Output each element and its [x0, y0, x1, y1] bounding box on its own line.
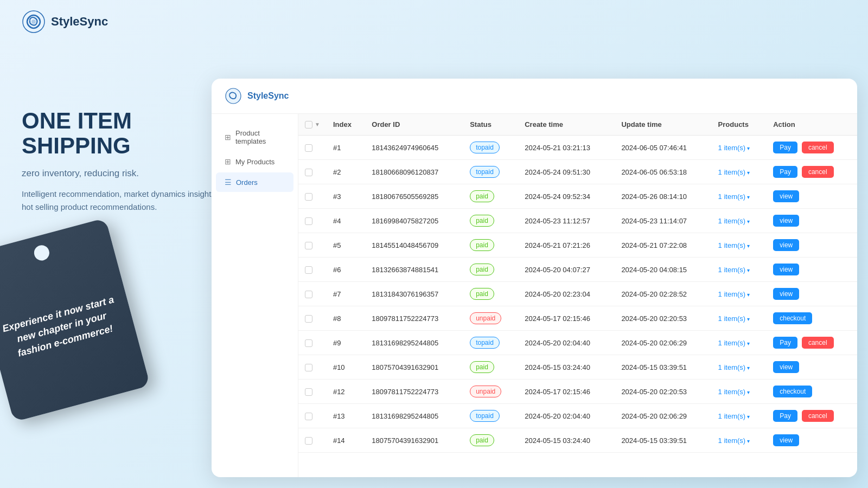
- row-checkbox[interactable]: [305, 144, 312, 152]
- row-products[interactable]: 1 item(s)▾: [712, 233, 767, 258]
- tag-hole: [33, 243, 51, 262]
- row-action: view: [767, 184, 857, 209]
- orders-table-area[interactable]: ▼ Index Order ID Status Create time Upda…: [298, 114, 857, 477]
- row-products[interactable]: 1 item(s)▾: [712, 355, 767, 380]
- tag-text: Experience it now start a new chapter in…: [0, 264, 138, 376]
- pay-button[interactable]: Pay: [773, 166, 797, 178]
- row-status: paid: [463, 355, 518, 380]
- row-products[interactable]: 1 item(s)▾: [712, 184, 767, 209]
- row-checkbox[interactable]: [305, 217, 312, 225]
- row-status: topaid: [463, 331, 518, 355]
- view-button[interactable]: view: [773, 190, 799, 202]
- checkout-button[interactable]: checkout: [773, 312, 812, 324]
- row-products[interactable]: 1 item(s)▾: [712, 160, 767, 184]
- row-create-time: 2024-05-20 02:23:04: [518, 282, 615, 306]
- row-products[interactable]: 1 item(s)▾: [712, 331, 767, 355]
- select-all-checkbox[interactable]: [305, 121, 312, 129]
- row-products[interactable]: 1 item(s)▾: [712, 404, 767, 428]
- cancel-button[interactable]: cancel: [802, 337, 834, 349]
- products-link[interactable]: 1 item(s)▾: [718, 241, 750, 249]
- cancel-button[interactable]: cancel: [802, 142, 834, 153]
- row-products[interactable]: 1 item(s)▾: [712, 209, 767, 233]
- row-checkbox[interactable]: [305, 291, 312, 298]
- row-status: paid: [463, 258, 518, 282]
- row-index: #6: [327, 258, 365, 282]
- view-button[interactable]: view: [773, 215, 799, 227]
- action-cell: checkout: [773, 312, 851, 324]
- chevron-down-icon: ▾: [747, 170, 750, 176]
- products-link[interactable]: 1 item(s)▾: [718, 168, 750, 176]
- row-status: unpaid: [463, 306, 518, 331]
- row-checkbox-cell: [298, 331, 327, 355]
- row-products[interactable]: 1 item(s)▾: [712, 258, 767, 282]
- products-link[interactable]: 1 item(s)▾: [718, 266, 750, 274]
- row-checkbox[interactable]: [305, 242, 312, 249]
- chevron-down-icon: ▾: [747, 316, 750, 322]
- table-row: #14 18075704391632901 paid 2024-05-15 03…: [298, 428, 857, 453]
- main-logo: StyleSync: [22, 10, 108, 34]
- row-action: Paycancel: [767, 331, 857, 355]
- cancel-button[interactable]: cancel: [802, 410, 834, 422]
- view-button[interactable]: view: [773, 264, 799, 275]
- row-checkbox[interactable]: [305, 315, 312, 323]
- products-link[interactable]: 1 item(s)▾: [718, 192, 750, 201]
- products-link[interactable]: 1 item(s)▾: [718, 144, 750, 152]
- row-checkbox[interactable]: [305, 364, 312, 371]
- table-row: #10 18075704391632901 paid 2024-05-15 03…: [298, 355, 857, 380]
- pay-button[interactable]: Pay: [773, 410, 797, 422]
- col-header-products: Products: [712, 114, 767, 136]
- row-create-time: 2024-05-24 09:52:34: [518, 184, 615, 209]
- row-checkbox[interactable]: [305, 388, 312, 396]
- action-cell: checkout: [773, 386, 851, 397]
- row-checkbox[interactable]: [305, 413, 312, 420]
- products-link[interactable]: 1 item(s)▾: [718, 388, 750, 396]
- row-checkbox[interactable]: [305, 169, 312, 176]
- row-order-id: 18180668096120837: [365, 160, 463, 184]
- products-link[interactable]: 1 item(s)▾: [718, 314, 750, 323]
- tag-decoration: Experience it now start a new chapter in…: [0, 233, 163, 407]
- row-create-time: 2024-05-23 11:12:57: [518, 209, 615, 233]
- status-badge: paid: [470, 239, 494, 251]
- products-link[interactable]: 1 item(s)▾: [718, 436, 750, 445]
- row-update-time: 2024-06-05 07:46:41: [615, 136, 711, 160]
- row-update-time: 2024-05-21 07:22:08: [615, 233, 711, 258]
- view-button[interactable]: view: [773, 288, 799, 300]
- row-checkbox[interactable]: [305, 339, 312, 347]
- status-badge: paid: [470, 190, 494, 202]
- row-status: paid: [463, 209, 518, 233]
- products-link[interactable]: 1 item(s)▾: [718, 412, 750, 420]
- products-link[interactable]: 1 item(s)▾: [718, 339, 750, 347]
- row-order-id: 18075704391632901: [365, 355, 463, 380]
- view-button[interactable]: view: [773, 361, 799, 373]
- view-button[interactable]: view: [773, 434, 799, 446]
- row-checkbox[interactable]: [305, 266, 312, 274]
- cancel-button[interactable]: cancel: [802, 166, 834, 178]
- svg-point-1: [31, 20, 36, 24]
- products-link[interactable]: 1 item(s)▾: [718, 290, 750, 298]
- sort-arrow: ▼: [315, 121, 320, 127]
- pay-button[interactable]: Pay: [773, 142, 797, 153]
- view-button[interactable]: view: [773, 239, 799, 251]
- checkout-button[interactable]: checkout: [773, 386, 812, 397]
- row-create-time: 2024-05-21 03:21:13: [518, 136, 615, 160]
- sidebar-item-product-templates[interactable]: ⊞ Product templates: [216, 124, 293, 151]
- row-products[interactable]: 1 item(s)▾: [712, 380, 767, 404]
- pay-button[interactable]: Pay: [773, 337, 797, 349]
- sidebar-item-orders[interactable]: ☰ Orders: [216, 172, 293, 192]
- row-index: #8: [327, 306, 365, 331]
- row-products[interactable]: 1 item(s)▾: [712, 428, 767, 453]
- row-checkbox[interactable]: [305, 437, 312, 445]
- row-action: view: [767, 355, 857, 380]
- row-status: paid: [463, 233, 518, 258]
- row-create-time: 2024-05-21 07:21:26: [518, 233, 615, 258]
- list-icon: ☰: [225, 178, 232, 187]
- row-products[interactable]: 1 item(s)▾: [712, 306, 767, 331]
- products-link[interactable]: 1 item(s)▾: [718, 363, 750, 371]
- tag-shape: Experience it now start a new chapter in…: [0, 218, 150, 422]
- row-checkbox[interactable]: [305, 193, 312, 201]
- row-products[interactable]: 1 item(s)▾: [712, 282, 767, 306]
- sidebar-item-my-products[interactable]: ⊞ My Products: [216, 152, 293, 171]
- stylesync-logo-icon: [22, 10, 46, 34]
- row-products[interactable]: 1 item(s)▾: [712, 136, 767, 160]
- products-link[interactable]: 1 item(s)▾: [718, 217, 750, 225]
